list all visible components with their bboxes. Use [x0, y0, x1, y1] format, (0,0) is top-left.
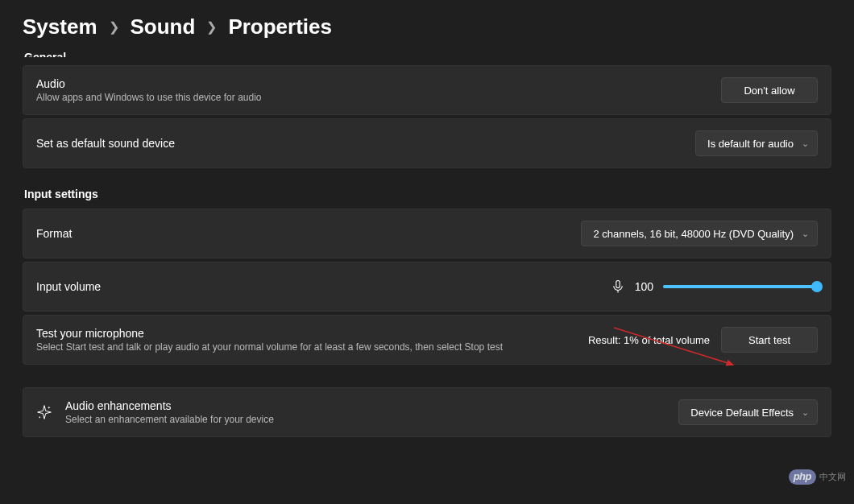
default-card-text: Set as default sound device: [36, 137, 175, 150]
breadcrumb-sound[interactable]: Sound: [131, 14, 196, 39]
volume-card-text: Input volume: [36, 280, 101, 293]
breadcrumb: System ❯ Sound ❯ Properties: [23, 14, 831, 39]
default-card-title: Set as default sound device: [36, 137, 175, 150]
default-dropdown-label: Is default for audio: [707, 138, 794, 150]
chevron-right-icon: ❯: [109, 19, 119, 35]
watermark-logo: php: [789, 469, 816, 485]
enhancements-dropdown-label: Device Default Effects: [690, 407, 794, 419]
watermark: php 中文网: [789, 469, 846, 485]
microphone-icon: [611, 279, 625, 294]
chevron-right-icon: ❯: [206, 19, 217, 35]
section-header-input: Input settings: [24, 188, 831, 200]
format-dropdown[interactable]: 2 channels, 16 bit, 48000 Hz (DVD Qualit…: [581, 221, 818, 246]
audio-enhancements-card: Audio enhancements Select an enhancement…: [23, 387, 831, 437]
sparkle-icon: [36, 404, 52, 420]
dont-allow-button[interactable]: Don't allow: [721, 77, 818, 103]
chevron-down-icon: ⌄: [802, 138, 809, 149]
audio-card-subtitle: Allow apps and Windows to use this devic…: [36, 92, 262, 103]
breadcrumb-properties: Properties: [228, 14, 332, 39]
volume-value: 100: [635, 280, 653, 293]
test-card-right: Result: 1% of total volume Start test: [588, 327, 818, 353]
enhance-card-subtitle: Select an enhancement available for your…: [65, 414, 274, 425]
format-card: Format 2 channels, 16 bit, 48000 Hz (DVD…: [23, 209, 831, 258]
default-device-card: Set as default sound device Is default f…: [23, 118, 831, 168]
test-card-text: Test your microphone Select Start test a…: [36, 327, 503, 353]
input-volume-card: Input volume 100: [23, 262, 831, 312]
slider-fill: [663, 285, 818, 288]
svg-rect-0: [616, 281, 620, 288]
chevron-down-icon: ⌄: [802, 407, 809, 418]
chevron-down-icon: ⌄: [802, 229, 809, 239]
section-header-general: General: [24, 51, 831, 57]
breadcrumb-system[interactable]: System: [23, 14, 97, 39]
enhance-card-text: Audio enhancements Select an enhancement…: [65, 399, 274, 425]
test-microphone-card: Test your microphone Select Start test a…: [23, 315, 831, 365]
test-card-subtitle: Select Start test and talk or play audio…: [36, 341, 503, 353]
slider-thumb[interactable]: [811, 281, 823, 292]
audio-card-text: Audio Allow apps and Windows to use this…: [36, 77, 262, 103]
format-card-title: Format: [36, 227, 72, 240]
watermark-text: 中文网: [819, 471, 846, 483]
volume-slider[interactable]: [663, 285, 818, 288]
audio-permission-card: Audio Allow apps and Windows to use this…: [23, 65, 831, 115]
format-dropdown-label: 2 channels, 16 bit, 48000 Hz (DVD Qualit…: [593, 228, 794, 240]
test-card-title: Test your microphone: [36, 327, 503, 340]
default-device-dropdown[interactable]: Is default for audio ⌄: [695, 130, 818, 156]
format-card-text: Format: [36, 227, 72, 240]
volume-controls: 100: [611, 279, 818, 294]
audio-card-title: Audio: [36, 77, 262, 90]
enhance-card-title: Audio enhancements: [65, 399, 274, 412]
enhance-card-left: Audio enhancements Select an enhancement…: [36, 399, 274, 425]
volume-card-title: Input volume: [36, 280, 101, 293]
start-test-button[interactable]: Start test: [721, 327, 818, 353]
enhancements-dropdown[interactable]: Device Default Effects ⌄: [678, 399, 818, 425]
test-result-text: Result: 1% of total volume: [588, 334, 710, 346]
